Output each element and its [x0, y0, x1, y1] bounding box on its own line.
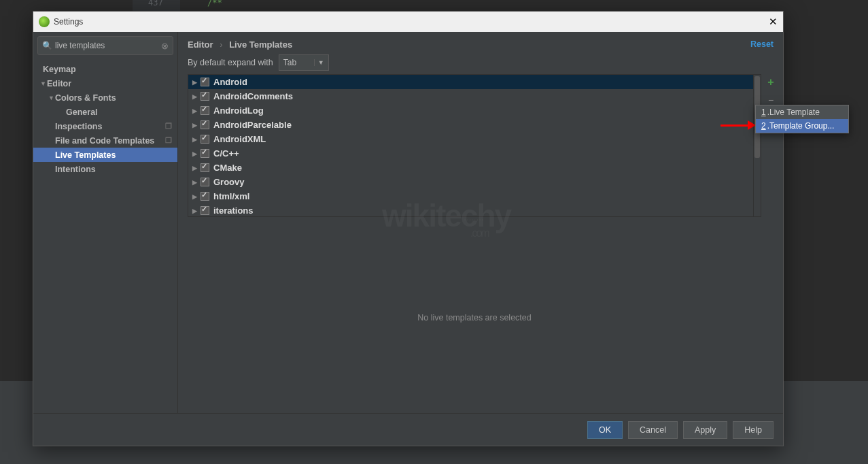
resize-grip[interactable]: ::::::::	[188, 217, 761, 222]
templates-list-panel: wikitechy .com ▶Android▶AndroidComments▶…	[188, 74, 761, 217]
template-group-row[interactable]: ▶AndroidXML	[188, 132, 761, 146]
empty-message: No live templates are selected	[188, 222, 761, 413]
template-group-label: AndroidParcelable	[213, 120, 292, 130]
checkbox[interactable]	[201, 178, 209, 186]
dialog-titlebar[interactable]: Settings ✕	[33, 12, 783, 32]
template-group-row[interactable]: ▶C/C++	[188, 146, 761, 161]
chevron-right-icon: ▶	[192, 79, 201, 86]
apply-button[interactable]: Apply	[683, 421, 727, 439]
template-group-label: html/xml	[213, 191, 249, 201]
template-group-row[interactable]: ▶Groovy	[188, 175, 761, 189]
checkbox[interactable]	[201, 206, 209, 215]
template-group-row[interactable]: ▶iterations	[188, 203, 761, 218]
dialog-title: Settings	[54, 17, 83, 27]
search-field[interactable]: 🔍 ⊗	[37, 36, 173, 55]
popup-item-template-group[interactable]: 2. Template Group...	[756, 119, 848, 133]
ok-button[interactable]: OK	[587, 421, 623, 439]
chevron-right-icon: ▶	[192, 93, 201, 100]
breadcrumb-separator: ›	[220, 39, 222, 50]
dialog-footer: OK Cancel Apply Help	[33, 413, 783, 446]
chevron-down-icon: ▼	[40, 80, 47, 87]
chevron-right-icon: ▶	[192, 122, 201, 129]
expand-with-row: By default expand with Tab ▼	[178, 51, 783, 74]
chevron-down-icon: ▼	[314, 59, 324, 66]
template-group-label: AndroidComments	[213, 91, 293, 101]
template-group-label: AndroidXML	[213, 134, 266, 144]
template-group-row[interactable]: ▶Android	[188, 75, 761, 89]
settings-dialog: Settings ✕ 🔍 ⊗ Keymap ▼Editor ▼Colors & …	[33, 11, 784, 446]
template-group-row[interactable]: ▶AndroidComments	[188, 89, 761, 103]
chevron-right-icon: ▶	[192, 107, 201, 114]
template-group-row[interactable]: ▶AndroidLog	[188, 103, 761, 118]
cancel-button[interactable]: Cancel	[628, 421, 678, 439]
add-button[interactable]: +	[763, 75, 778, 90]
settings-main: Editor › Live Templates Reset By default…	[178, 32, 783, 413]
template-group-label: CMake	[213, 163, 242, 173]
content-area: wikitechy .com ▶Android▶AndroidComments▶…	[178, 74, 783, 413]
dialog-body: 🔍 ⊗ Keymap ▼Editor ▼Colors & Fonts Gener…	[33, 32, 783, 413]
chevron-down-icon: ▼	[48, 95, 55, 101]
settings-tree: Keymap ▼Editor ▼Colors & Fonts General I…	[33, 58, 177, 413]
tree-node-inspections[interactable]: Inspections❐	[33, 119, 177, 133]
tree-node-file-code-templates[interactable]: File and Code Templates❐	[33, 133, 177, 148]
settings-sidebar: 🔍 ⊗ Keymap ▼Editor ▼Colors & Fonts Gener…	[33, 32, 178, 413]
tree-node-keymap[interactable]: Keymap	[33, 62, 177, 76]
scrollbar[interactable]	[753, 75, 761, 216]
checkbox[interactable]	[201, 163, 209, 172]
templates-column: wikitechy .com ▶Android▶AndroidComments▶…	[188, 74, 761, 413]
chevron-right-icon: ▶	[192, 179, 201, 186]
reset-link[interactable]: Reset	[750, 39, 774, 49]
code-fragment: /**	[207, 0, 222, 7]
template-group-label: AndroidLog	[213, 105, 264, 116]
line-number: 437	[148, 0, 163, 7]
template-group-label: iterations	[213, 205, 254, 216]
checkbox[interactable]	[201, 149, 209, 158]
chevron-right-icon: ▶	[192, 193, 201, 200]
add-popup-menu: 1. Live Template 2. Template Group...	[755, 105, 849, 133]
close-icon[interactable]: ✕	[769, 16, 778, 28]
chevron-right-icon: ▶	[192, 136, 201, 143]
popup-item-live-template[interactable]: 1. Live Template	[756, 105, 848, 119]
search-icon: 🔍	[42, 41, 52, 50]
app-icon	[39, 16, 50, 27]
tree-node-intentions[interactable]: Intentions	[33, 162, 177, 176]
template-group-row[interactable]: ▶AndroidParcelable	[188, 118, 761, 132]
checkbox[interactable]	[201, 120, 209, 129]
expand-with-dropdown[interactable]: Tab ▼	[279, 54, 329, 71]
template-group-row[interactable]: ▶CMake	[188, 161, 761, 175]
tree-node-editor[interactable]: ▼Editor	[33, 76, 177, 90]
search-input[interactable]	[55, 41, 161, 50]
template-group-row[interactable]: ▶html/xml	[188, 189, 761, 203]
checkbox[interactable]	[201, 92, 209, 101]
checkbox[interactable]	[201, 135, 209, 144]
expand-with-label: By default expand with	[188, 58, 273, 67]
templates-list[interactable]: ▶Android▶AndroidComments▶AndroidLog▶Andr…	[188, 75, 761, 218]
help-button[interactable]: Help	[733, 421, 774, 439]
tree-node-general[interactable]: General	[33, 105, 177, 119]
chevron-right-icon: ▶	[192, 150, 201, 157]
chevron-right-icon: ▶	[192, 165, 201, 171]
tree-node-live-templates[interactable]: Live Templates	[33, 148, 177, 162]
chevron-right-icon: ▶	[192, 208, 201, 214]
clear-search-icon[interactable]: ⊗	[161, 41, 169, 51]
breadcrumb: Editor › Live Templates	[188, 39, 292, 50]
template-group-label: C/C++	[213, 148, 239, 159]
gear-icon: ❐	[165, 122, 172, 131]
checkbox[interactable]	[201, 106, 209, 115]
template-group-label: Android	[213, 77, 247, 87]
breadcrumb-row: Editor › Live Templates Reset	[178, 32, 783, 51]
gear-icon: ❐	[165, 136, 172, 145]
checkbox[interactable]	[201, 192, 209, 201]
template-group-label: Groovy	[213, 177, 245, 187]
tree-node-colors-fonts[interactable]: ▼Colors & Fonts	[33, 90, 177, 105]
checkbox[interactable]	[201, 78, 209, 86]
